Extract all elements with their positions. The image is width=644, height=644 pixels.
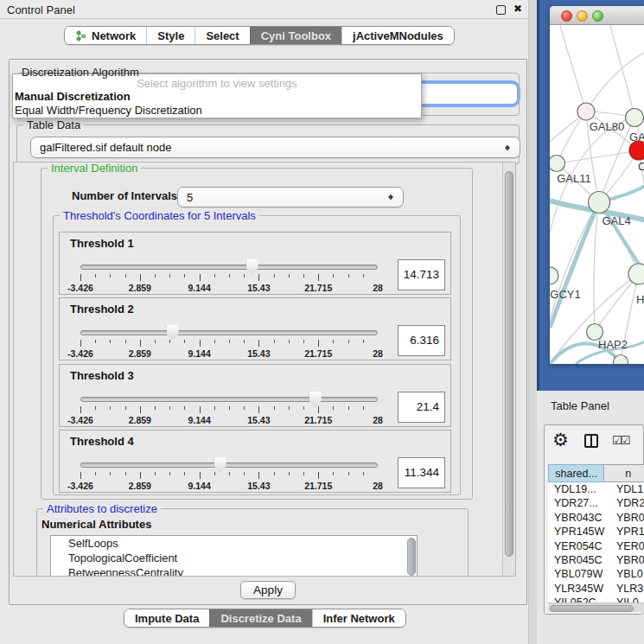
tab-infer-network[interactable]: Infer Network	[312, 609, 405, 627]
close-window-icon[interactable]	[561, 10, 572, 22]
table-body: YDL19...YDL1YDR27...YDR2YBR043CYBR0YPR14…	[548, 482, 644, 603]
table-row[interactable]: YDL19...YDL1	[548, 482, 644, 496]
network-node[interactable]	[550, 267, 558, 284]
interval-definition-label: Interval Definition	[48, 162, 141, 175]
attributes-group-label: Attributes to discretize	[43, 502, 161, 515]
threshold-3-value-field[interactable]: 21.4	[398, 392, 445, 423]
table-horizontal-scrollbar[interactable]	[548, 603, 644, 612]
network-node-label: H	[636, 293, 644, 306]
tab-jactivemnodules[interactable]: jActiveMNodules	[341, 27, 454, 44]
table-cell: YBR043C	[548, 511, 614, 525]
threshold-2-slider[interactable]: -3.4262.8599.14415.4321.71528	[80, 326, 378, 360]
column-header-shared[interactable]: shared...	[548, 464, 604, 482]
discretization-algorithm-group-label: Discretization Algorithm	[22, 66, 139, 79]
column-header-name[interactable]: n	[604, 464, 644, 482]
minimize-window-icon[interactable]	[577, 10, 588, 22]
table-row[interactable]: YPR145WYPR1	[548, 525, 644, 539]
tab-network-label: Network	[92, 29, 136, 42]
table-row[interactable]: YDR27...YDR2	[548, 496, 644, 510]
table-hscrollbar-thumb[interactable]	[550, 605, 634, 612]
slider-track	[80, 462, 378, 468]
threshold-1-panel: Threshold 1 -3.4262.8599.14415.4321.7152…	[59, 232, 451, 295]
table-data-combobox[interactable]: galFiltered.sif default node	[30, 137, 520, 158]
network-node[interactable]	[589, 192, 610, 214]
tab-select[interactable]: Select	[194, 27, 249, 44]
network-canvas[interactable]: GAL80GACGAL11GAL4GCY1HHAP2	[550, 25, 644, 364]
checkbox-columns-icon[interactable]: ☑☑	[612, 434, 628, 447]
table-row[interactable]: YER054CYER0	[548, 539, 644, 553]
close-panel-icon[interactable]: ✖	[513, 3, 522, 15]
gear-icon[interactable]: ⚙	[552, 430, 569, 450]
algorithm-option-manual[interactable]: Manual Discretization	[13, 89, 421, 103]
table-panel: ⚙ ☑☑ shared... n YDL19...YDL1YDR27...YDR…	[544, 424, 644, 615]
table-row[interactable]: YIL052CYIL0	[548, 596, 644, 603]
threshold-4-value-field[interactable]: 11.344	[398, 457, 445, 488]
network-node[interactable]	[628, 264, 644, 284]
attribute-list-item[interactable]: TopologicalCoefficient	[51, 551, 417, 565]
threshold-4-slider[interactable]: -3.4262.8599.14415.4321.71528	[80, 458, 378, 493]
algorithm-option-equal-width[interactable]: Equal Width/Frequency Discretization	[13, 103, 421, 117]
table-row[interactable]: YBL079WYBL0	[548, 567, 644, 581]
slider-thumb[interactable]	[214, 457, 226, 473]
attribute-list-item[interactable]: SelfLoops	[51, 536, 417, 551]
table-panel-title: Table Panel	[551, 399, 609, 412]
threshold-3-panel: Threshold 3 -3.4262.8599.14415.4321.7152…	[59, 364, 451, 427]
numerical-attributes-list[interactable]: SelfLoopsTopologicalCoefficientBetweenne…	[50, 535, 418, 577]
network-node[interactable]	[577, 103, 595, 120]
algorithm-dropdown-popup: Select algorithm to view settings Manual…	[12, 73, 422, 118]
settings-scrollbar[interactable]	[502, 163, 515, 576]
table-row[interactable]: YBR043CYBR0	[548, 511, 644, 525]
table-cell: YER0	[614, 539, 644, 553]
threshold-4-panel: Threshold 4 -3.4262.8599.14415.4321.7152…	[59, 430, 451, 493]
threshold-1-slider[interactable]: -3.4262.8599.14415.4321.71528	[80, 260, 378, 295]
network-node[interactable]	[626, 109, 644, 127]
tab-jactivemnodules-label: jActiveMNodules	[353, 29, 443, 42]
slider-thumb[interactable]	[167, 325, 179, 341]
table-cell: YIL052C	[548, 596, 614, 603]
number-of-intervals-combobox[interactable]: 5	[177, 187, 404, 207]
thresholds-group: Threshold's Coordinates for 5 Intervals …	[53, 215, 461, 495]
panel-divider[interactable]	[529, 0, 537, 644]
tick-label: -3.426	[67, 415, 93, 425]
attributes-list-scrollbar[interactable]	[407, 538, 416, 576]
number-of-intervals-label: Number of Intervals	[72, 189, 177, 202]
tick-label: 28	[373, 481, 383, 491]
split-columns-icon[interactable]	[584, 434, 598, 448]
network-node-label: GCY1	[550, 288, 580, 301]
table-row[interactable]: YLR345WYLR3	[548, 582, 644, 596]
tab-cyni-toolbox[interactable]: Cyni Toolbox	[250, 27, 341, 44]
network-node-label: C	[638, 160, 644, 173]
tick-label: 21.715	[304, 283, 332, 293]
tick-label: 2.859	[129, 481, 151, 491]
tab-impute-data[interactable]: Impute Data	[124, 609, 209, 627]
apply-button[interactable]: Apply	[240, 581, 296, 599]
float-panel-icon[interactable]	[496, 5, 506, 15]
tick-label: 9.144	[188, 481, 210, 491]
tick-label: -3.426	[67, 481, 93, 491]
threshold-3-slider[interactable]: -3.4262.8599.14415.4321.71528	[80, 392, 378, 427]
threshold-1-value-field[interactable]: 14.713	[398, 259, 445, 290]
tick-label: 28	[373, 283, 383, 293]
zoom-window-icon[interactable]	[592, 10, 603, 22]
tab-style[interactable]: Style	[146, 27, 194, 44]
slider-thumb[interactable]	[246, 259, 258, 275]
settings-scroll-viewport: Interval Definition Number of Intervals …	[13, 162, 516, 577]
tick-label: 2.859	[129, 415, 151, 425]
network-node[interactable]	[629, 141, 644, 160]
settings-scrollbar-thumb[interactable]	[505, 171, 513, 557]
combo-arrows-icon	[504, 142, 512, 153]
tick-label: 15.43	[247, 415, 270, 425]
slider-thumb[interactable]	[309, 392, 322, 407]
table-row[interactable]: YBR045CYBR0	[548, 553, 644, 567]
network-view-frame: GAL80GACGAL11GAL4GCY1HHAP2	[537, 0, 644, 391]
table-cell: YBR0	[614, 511, 644, 525]
network-node[interactable]	[550, 156, 565, 172]
table-cell: YBR0	[614, 553, 644, 567]
table-data-group: Table Data galFiltered.sif default node	[16, 124, 520, 164]
tab-network[interactable]: Network	[65, 27, 146, 44]
tab-discretize-data[interactable]: Discretize Data	[209, 609, 311, 627]
threshold-2-value-field[interactable]: 6.316	[398, 325, 445, 356]
attribute-list-item[interactable]: BetweennessCentrality	[51, 565, 417, 577]
table-cell: YBL079W	[548, 567, 614, 581]
network-node-label: GAL11	[557, 172, 591, 185]
